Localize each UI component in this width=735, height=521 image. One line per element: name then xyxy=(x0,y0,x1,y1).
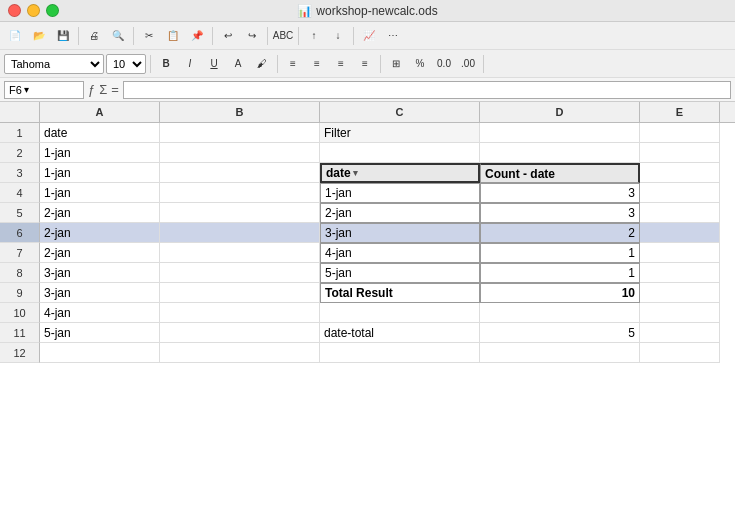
cell-d9-total[interactable]: 10 xyxy=(480,283,640,303)
row-header-9[interactable]: 9 xyxy=(0,283,40,303)
percent-button[interactable]: % xyxy=(409,53,431,75)
row-header-1[interactable]: 1 xyxy=(0,123,40,143)
cell-b6[interactable] xyxy=(160,223,320,243)
highlight-button[interactable]: 🖌 xyxy=(251,53,273,75)
paste-button[interactable]: 📌 xyxy=(186,25,208,47)
print-button[interactable]: 🖨 xyxy=(83,25,105,47)
col-header-e[interactable]: E xyxy=(640,102,720,122)
cell-e6[interactable] xyxy=(640,223,720,243)
save-button[interactable]: 💾 xyxy=(52,25,74,47)
cell-a2[interactable]: 1-jan xyxy=(40,143,160,163)
increase-decimal-button[interactable]: .00 xyxy=(457,53,479,75)
cell-a5[interactable]: 2-jan xyxy=(40,203,160,223)
cell-c10[interactable] xyxy=(320,303,480,323)
cell-d3-pivot-header[interactable]: Count - date xyxy=(480,163,640,183)
minimize-button[interactable] xyxy=(27,4,40,17)
cell-e8[interactable] xyxy=(640,263,720,283)
italic-button[interactable]: I xyxy=(179,53,201,75)
cell-b9[interactable] xyxy=(160,283,320,303)
cell-e11[interactable] xyxy=(640,323,720,343)
align-right-button[interactable]: ≡ xyxy=(330,53,352,75)
cell-d1[interactable] xyxy=(480,123,640,143)
cell-b4[interactable] xyxy=(160,183,320,203)
cell-b12[interactable] xyxy=(160,343,320,363)
cell-b2[interactable] xyxy=(160,143,320,163)
dropdown-arrow-icon[interactable]: ▾ xyxy=(353,168,358,178)
row-header-2[interactable]: 2 xyxy=(0,143,40,163)
open-button[interactable]: 📂 xyxy=(28,25,50,47)
cell-e9[interactable] xyxy=(640,283,720,303)
row-header-4[interactable]: 4 xyxy=(0,183,40,203)
cell-a7[interactable]: 2-jan xyxy=(40,243,160,263)
maximize-button[interactable] xyxy=(46,4,59,17)
chart-button[interactable]: 📈 xyxy=(358,25,380,47)
cell-a6[interactable]: 2-jan xyxy=(40,223,160,243)
cell-d2[interactable] xyxy=(480,143,640,163)
cell-a1[interactable]: date xyxy=(40,123,160,143)
font-selector[interactable]: Tahoma xyxy=(4,54,104,74)
align-left-button[interactable]: ≡ xyxy=(282,53,304,75)
row-header-10[interactable]: 10 xyxy=(0,303,40,323)
undo-button[interactable]: ↩ xyxy=(217,25,239,47)
cell-a9[interactable]: 3-jan xyxy=(40,283,160,303)
cut-button[interactable]: ✂ xyxy=(138,25,160,47)
cell-e4[interactable] xyxy=(640,183,720,203)
cell-e10[interactable] xyxy=(640,303,720,323)
cell-a4[interactable]: 1-jan xyxy=(40,183,160,203)
cell-b10[interactable] xyxy=(160,303,320,323)
col-header-a[interactable]: A xyxy=(40,102,160,122)
sum-icon[interactable]: Σ xyxy=(99,82,107,97)
cell-b11[interactable] xyxy=(160,323,320,343)
cell-c7[interactable]: 4-jan xyxy=(320,243,480,263)
col-header-b[interactable]: B xyxy=(160,102,320,122)
cell-c1[interactable]: Filter xyxy=(320,123,480,143)
cell-d10[interactable] xyxy=(480,303,640,323)
bold-button[interactable]: B xyxy=(155,53,177,75)
cell-a11[interactable]: 5-jan xyxy=(40,323,160,343)
cell-b7[interactable] xyxy=(160,243,320,263)
cell-c6[interactable]: 3-jan xyxy=(320,223,480,243)
cell-b3[interactable] xyxy=(160,163,320,183)
align-center-button[interactable]: ≡ xyxy=(306,53,328,75)
cell-c8[interactable]: 5-jan xyxy=(320,263,480,283)
cell-d12[interactable] xyxy=(480,343,640,363)
justify-button[interactable]: ≡ xyxy=(354,53,376,75)
cell-c11[interactable]: date-total xyxy=(320,323,480,343)
cell-c4[interactable]: 1-jan xyxy=(320,183,480,203)
cell-reference-box[interactable]: F6 ▾ xyxy=(4,81,84,99)
number-format-button[interactable]: 0.0 xyxy=(433,53,455,75)
cell-d5[interactable]: 3 xyxy=(480,203,640,223)
font-color-button[interactable]: A xyxy=(227,53,249,75)
cell-b8[interactable] xyxy=(160,263,320,283)
cell-b1[interactable] xyxy=(160,123,320,143)
equals-icon[interactable]: = xyxy=(111,82,119,97)
cell-c12[interactable] xyxy=(320,343,480,363)
cell-e2[interactable] xyxy=(640,143,720,163)
preview-button[interactable]: 🔍 xyxy=(107,25,129,47)
more-button[interactable]: ⋯ xyxy=(382,25,404,47)
cell-a12[interactable] xyxy=(40,343,160,363)
row-header-12[interactable]: 12 xyxy=(0,343,40,363)
spellcheck-button[interactable]: ABC xyxy=(272,25,294,47)
cell-e5[interactable] xyxy=(640,203,720,223)
sort-desc-button[interactable]: ↓ xyxy=(327,25,349,47)
cell-b5[interactable] xyxy=(160,203,320,223)
cell-c9-total[interactable]: Total Result xyxy=(320,283,480,303)
cell-d11[interactable]: 5 xyxy=(480,323,640,343)
row-header-7[interactable]: 7 xyxy=(0,243,40,263)
underline-button[interactable]: U xyxy=(203,53,225,75)
cell-d7[interactable]: 1 xyxy=(480,243,640,263)
copy-button[interactable]: 📋 xyxy=(162,25,184,47)
sort-asc-button[interactable]: ↑ xyxy=(303,25,325,47)
formula-input[interactable] xyxy=(123,81,731,99)
cell-d8[interactable]: 1 xyxy=(480,263,640,283)
font-size-selector[interactable]: 10 xyxy=(106,54,146,74)
row-header-3[interactable]: 3 xyxy=(0,163,40,183)
col-header-c[interactable]: C xyxy=(320,102,480,122)
col-header-d[interactable]: D xyxy=(480,102,640,122)
row-header-8[interactable]: 8 xyxy=(0,263,40,283)
cell-c5[interactable]: 2-jan xyxy=(320,203,480,223)
cell-a10[interactable]: 4-jan xyxy=(40,303,160,323)
new-button[interactable]: 📄 xyxy=(4,25,26,47)
function-wizard-icon[interactable]: ƒ xyxy=(88,82,95,97)
